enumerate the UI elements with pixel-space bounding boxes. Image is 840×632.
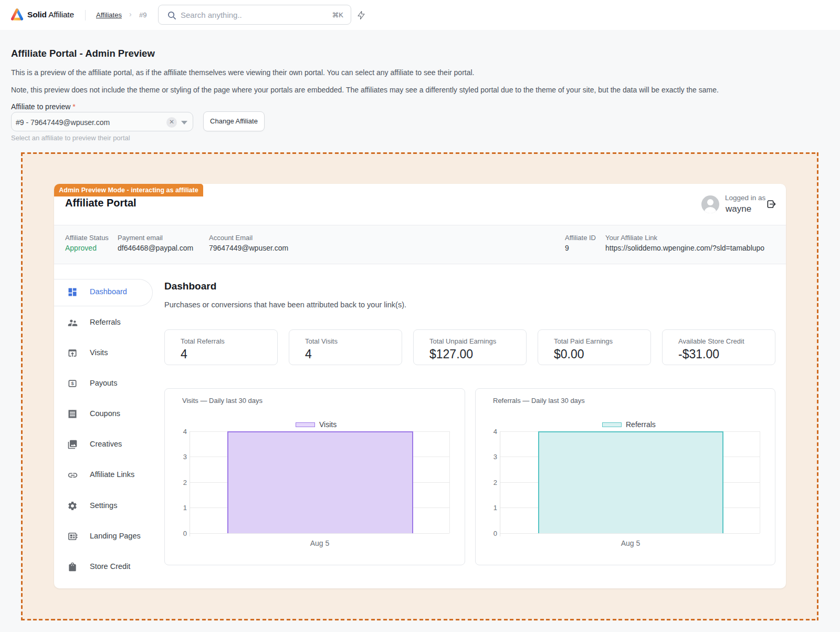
svg-text:$: $ [71,381,74,386]
